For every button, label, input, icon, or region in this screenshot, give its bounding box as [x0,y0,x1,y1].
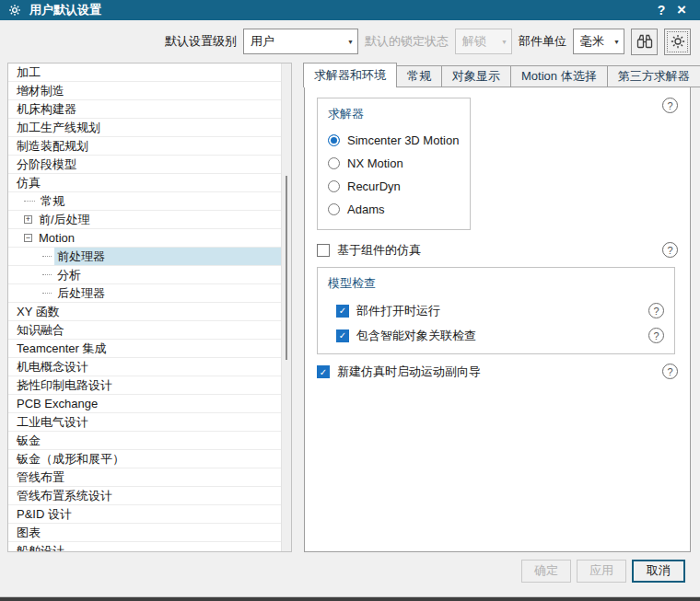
tree-item-label: 常规 [38,192,281,210]
tree-item[interactable]: 分阶段模型 [8,156,281,174]
tree-item[interactable]: 分析 [8,266,281,284]
checkbox-label: 基于组件的仿真 [337,242,421,259]
tree-scrollbar[interactable] [281,64,291,551]
tree-item-label: 钣金（成形和展平） [14,450,281,468]
tab[interactable]: 第三方求解器 [607,65,700,87]
tree-item[interactable]: 管线布置系统设计 [8,487,281,505]
chevron-down-icon: ▼ [501,39,508,45]
tree-item[interactable]: P&ID 设计 [8,505,281,524]
tree-item[interactable]: Motion [8,229,281,248]
checkbox-icon[interactable] [336,329,349,342]
scrollbar-thumb[interactable] [286,176,287,360]
dialog-footer: 确定 应用 取消 [0,552,700,596]
tree-item-label: 机电概念设计 [14,358,281,376]
radio-icon[interactable] [328,180,340,192]
tree-item[interactable]: 仿真 [8,174,281,192]
close-icon[interactable]: × [671,1,692,19]
radio-icon[interactable] [328,203,340,215]
radio-icon[interactable] [328,157,340,169]
radio-icon[interactable] [328,134,340,146]
tree-item-label: 分析 [54,266,281,283]
help-button[interactable]: ? [651,1,671,19]
checkbox-icon[interactable] [336,305,349,318]
tree-item[interactable]: 前处理器 [8,248,281,266]
model-check-option[interactable]: 部件打开时运行 ? [336,298,664,323]
tree-item[interactable]: 知识融合 [8,321,281,340]
radio-label: Simcenter 3D Motion [347,133,459,147]
solver-radio-option[interactable]: RecurDyn [328,175,460,198]
model-check-group: 模型检查 部件打开时运行 ? 包含智能对象关联检查 [317,267,675,354]
default-level-field: 默认设置级别 用户 ▼ [165,29,358,54]
tree-item[interactable]: 前/后处理 [8,211,281,229]
tab-bar: 求解器和环境 常规 对象显示 Motion 体选择 第三 [304,63,691,87]
tree-item-label: 挠性印制电路设计 [14,376,281,394]
tree-item[interactable]: 钣金（成形和展平） [8,450,281,468]
tab[interactable]: 常规 [396,65,442,87]
tab[interactable]: 求解器和环境 [303,63,397,87]
tree-item[interactable]: 制造装配规划 [8,137,281,156]
tree-item[interactable]: 后处理器 [8,284,281,303]
question-circle-icon[interactable]: ? [662,364,678,379]
question-circle-icon[interactable]: ? [648,328,664,343]
solver-group-title: 求解器 [328,106,460,122]
tree-item[interactable]: 工业电气设计 [8,413,281,432]
manage-defaults-button[interactable] [664,29,691,55]
tree-item[interactable]: 船舶设计 [8,542,281,552]
tree-item[interactable]: 钣金 [8,432,281,450]
user-defaults-dialog: 用户默认设置 ? × 默认设置级别 用户 ▼ 默认的锁定状态 解锁 ▼ 部件单位… [0,0,700,601]
question-circle-icon[interactable]: ? [648,303,664,318]
tree-branch-icon [24,201,35,202]
defaults-toolbar: 默认设置级别 用户 ▼ 默认的锁定状态 解锁 ▼ 部件单位 毫米 ▼ [0,20,700,63]
tree-branch-icon [42,293,52,294]
tree-item[interactable]: 机电概念设计 [8,358,281,376]
cancel-button[interactable]: 取消 [632,560,685,583]
tree-item[interactable]: 管线布置 [8,468,281,487]
chevron-down-icon: ▼ [347,39,354,45]
find-default-button[interactable] [631,29,658,55]
tab[interactable]: Motion 体选择 [510,65,608,87]
checkbox-label: 包含智能对象关联检查 [356,328,476,344]
dialog-title: 用户默认设置 [29,2,101,18]
question-circle-icon[interactable]: ? [662,242,678,258]
solver-radio-option[interactable]: Simcenter 3D Motion [328,129,460,152]
radio-label: NX Motion [347,156,403,170]
tree-item[interactable]: 增材制造 [8,82,281,100]
tree-branch-icon [42,256,52,257]
model-check-title: 模型检查 [328,275,664,292]
tree-expander-icon[interactable] [24,215,32,224]
checkbox-icon[interactable] [317,244,330,257]
wizard-checkbox-row[interactable]: 新建仿真时启动运动副向导 [317,364,481,380]
tree-item-label: 前/后处理 [36,211,281,228]
tab-label: 常规 [407,68,431,85]
tree-item[interactable]: 机床构建器 [8,100,281,119]
tab-label: 求解器和环境 [314,67,386,84]
model-check-option[interactable]: 包含智能对象关联检查 ? [336,323,664,348]
tree-item[interactable]: 常规 [8,192,281,211]
tree-item[interactable]: 图表 [8,524,281,542]
component-sim-checkbox-row[interactable]: 基于组件的仿真 [317,242,421,259]
checkbox-icon[interactable] [317,365,330,378]
tree-item[interactable]: 挠性印制电路设计 [8,376,281,395]
tab-label: 对象显示 [452,68,500,85]
question-circle-icon[interactable]: ? [662,98,678,113]
tab-label: 第三方求解器 [618,68,690,85]
tab[interactable]: 对象显示 [441,65,511,87]
tree-item[interactable]: PCB Exchange [8,395,281,413]
part-units-dropdown[interactable]: 毫米 ▼ [573,29,624,54]
model-check-options: 部件打开时运行 ? 包含智能对象关联检查 ? [328,298,664,348]
tree-expander-icon[interactable] [24,234,32,242]
apply-button[interactable]: 应用 [577,560,626,583]
lock-state-field: 默认的锁定状态 解锁 ▼ [365,29,512,54]
ok-button[interactable]: 确定 [521,560,571,583]
part-units-field: 部件单位 毫米 ▼ [519,29,624,54]
main-area: 加工 增材制造 机床构建器 [0,63,700,552]
default-level-dropdown[interactable]: 用户 ▼ [243,29,358,54]
solver-radio-option[interactable]: Adams [328,198,460,221]
tree-item[interactable]: Teamcenter 集成 [8,340,281,358]
solver-radio-option[interactable]: NX Motion [328,152,460,175]
tree-item[interactable]: 加工 [8,64,281,82]
part-units-label: 部件单位 [519,33,566,50]
tree-item[interactable]: XY 函数 [8,303,281,321]
tree-item[interactable]: 加工生产线规划 [8,119,281,137]
tree-item-label: 工业电气设计 [14,413,281,431]
